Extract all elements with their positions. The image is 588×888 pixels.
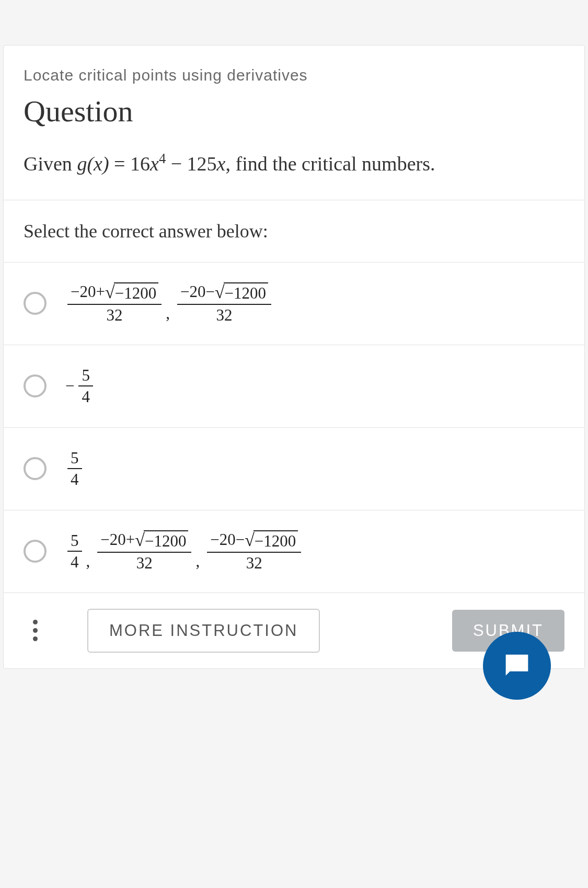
fraction: 5 4 (67, 448, 82, 490)
prompt-var2: x (217, 153, 226, 175)
fraction: 5 4 (78, 365, 93, 407)
option-c[interactable]: 5 4 (4, 428, 584, 510)
option-d-math: 5 4 , −20+√−1200 32 , −20−√−1200 32 (65, 529, 303, 574)
den: 32 (103, 305, 126, 326)
den: 4 (78, 386, 93, 407)
num-left: −20− (210, 530, 245, 549)
num-left: −20− (180, 282, 215, 301)
den: 32 (243, 553, 266, 574)
radio-b[interactable] (24, 374, 47, 397)
comma: , (195, 552, 200, 574)
prompt-var: x (150, 153, 159, 175)
num: 5 (67, 530, 82, 552)
fraction: 5 4 (67, 530, 82, 573)
topic-label: Locate critical points using derivatives (24, 66, 564, 84)
num-left: −20+ (71, 282, 105, 301)
option-b-math: − 5 4 (65, 365, 95, 407)
sqrt-arg: −1200 (144, 530, 188, 551)
prompt-exp: 4 (159, 151, 166, 166)
comma: , (166, 304, 170, 326)
sqrt: √−1200 (215, 282, 268, 303)
fraction: −20−√−1200 32 (177, 281, 271, 326)
more-instruction-button[interactable]: MORE INSTRUCTION (87, 609, 320, 653)
prompt-text: Given (24, 153, 77, 175)
num: 5 (78, 365, 93, 387)
option-a-math: −20+√−1200 32 , −20−√−1200 32 (65, 281, 273, 326)
radio-a[interactable] (24, 292, 47, 315)
instruction-text: Select the correct answer below: (4, 200, 584, 263)
sqrt-arg: −1200 (253, 530, 298, 551)
more-options-icon[interactable] (24, 619, 47, 642)
question-header: Locate critical points using derivatives… (4, 45, 584, 200)
prompt-func: g(x) (77, 153, 109, 175)
fraction: −20−√−1200 32 (207, 529, 301, 574)
minus-sign: − (65, 377, 74, 395)
radio-c[interactable] (24, 457, 47, 480)
den: 4 (67, 469, 82, 490)
sqrt-arg: −1200 (224, 282, 268, 303)
prompt-mid: − 125 (166, 153, 216, 175)
fraction: −20+√−1200 32 (67, 281, 162, 326)
radio-d[interactable] (24, 540, 47, 563)
sqrt: √−1200 (105, 282, 158, 303)
sqrt: √−1200 (245, 530, 298, 551)
option-d[interactable]: 5 4 , −20+√−1200 32 , −20−√−1200 32 (4, 510, 584, 593)
chat-icon[interactable] (483, 632, 551, 700)
den: 32 (213, 305, 235, 326)
prompt-post: , find the critical numbers. (225, 153, 435, 175)
comma: , (86, 552, 90, 574)
option-c-math: 5 4 (65, 448, 84, 490)
question-title: Question (24, 94, 564, 129)
sqrt-arg: −1200 (114, 282, 158, 303)
fraction: −20+√−1200 32 (97, 529, 191, 574)
sqrt: √−1200 (135, 530, 188, 551)
num: 5 (67, 448, 82, 470)
prompt-eq: = 16 (109, 153, 150, 175)
question-card: Locate critical points using derivatives… (3, 45, 585, 669)
den: 32 (133, 553, 156, 574)
option-b[interactable]: − 5 4 (4, 345, 584, 428)
question-prompt: Given g(x) = 16x4 − 125x, find the criti… (24, 149, 564, 179)
option-a[interactable]: −20+√−1200 32 , −20−√−1200 32 (4, 263, 584, 345)
den: 4 (67, 552, 82, 573)
num-left: −20+ (100, 530, 135, 549)
